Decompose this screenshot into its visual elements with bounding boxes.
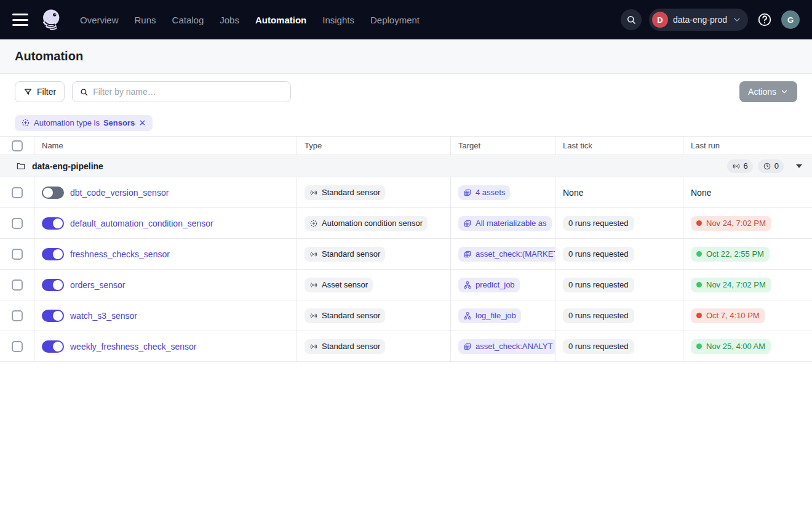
sensor-icon [309, 281, 318, 289]
sensor-toggle[interactable] [42, 248, 64, 260]
filter-button[interactable]: Filter [15, 81, 65, 102]
row-checkbox[interactable] [12, 218, 23, 229]
last-run-link[interactable]: Nov 24, 7:02 PM [691, 216, 771, 231]
title-bar: Automation [0, 39, 812, 74]
sensor-type-label: Standard sensor [322, 311, 380, 320]
sensor-name-link[interactable]: orders_sensor [70, 280, 125, 290]
filter-button-label: Filter [37, 87, 56, 97]
row-checkbox[interactable] [12, 249, 23, 260]
asset-icon [463, 188, 472, 197]
target-label: asset_check:ANALYT [476, 342, 552, 351]
last-tick-value: 0 runs requested [563, 216, 634, 231]
asset-icon [463, 250, 472, 259]
target-link[interactable]: asset_check:ANALYT [458, 339, 555, 354]
column-header-type: Type [304, 141, 322, 150]
sensor-type-label: Standard sensor [322, 342, 380, 351]
job-icon [463, 281, 472, 289]
run-status-dot-icon [696, 251, 702, 257]
sensor-name-link[interactable]: freshness_checks_sensor [70, 249, 170, 259]
nav-item-jobs[interactable]: Jobs [220, 15, 239, 25]
nav-links: Overview Runs Catalog Jobs Automation In… [80, 15, 420, 25]
sensor-toggle[interactable] [42, 217, 64, 230]
sensor-name-link[interactable]: weekly_freshness_check_sensor [70, 342, 196, 351]
last-run-link[interactable]: Nov 24, 7:02 PM [691, 278, 771, 292]
nav-item-automation[interactable]: Automation [255, 15, 306, 25]
table-row: dbt_code_version_sensor Standard sensor … [0, 177, 812, 208]
row-checkbox[interactable] [12, 187, 23, 198]
last-run-value: None [691, 188, 711, 198]
actions-button-label: Actions [748, 87, 776, 97]
nav-item-runs[interactable]: Runs [135, 15, 156, 25]
dagster-logo-icon[interactable] [39, 7, 64, 32]
sensor-type-label: Standard sensor [322, 249, 380, 259]
target-link[interactable]: 4 assets [458, 185, 510, 200]
last-run-link[interactable]: Nov 25, 4:00 AM [691, 339, 771, 354]
sensor-icon [309, 311, 318, 320]
last-tick-value: 0 runs requested [563, 308, 634, 323]
nav-item-deployment[interactable]: Deployment [370, 15, 420, 25]
sensor-count-badge: 6 [727, 159, 753, 173]
job-icon [463, 311, 472, 320]
filter-tag-automation-type[interactable]: Automation type is Sensors [15, 115, 153, 131]
sensor-toggle[interactable] [42, 279, 64, 291]
nav-item-catalog[interactable]: Catalog [172, 15, 204, 25]
sensor-type-label: Asset sensor [322, 280, 368, 289]
table-body: dbt_code_version_sensor Standard sensor … [0, 177, 812, 362]
target-label: log_file_job [476, 311, 516, 320]
run-status-dot-icon [696, 313, 702, 318]
sensor-type-badge: Standard sensor [304, 185, 385, 200]
actions-button[interactable]: Actions [739, 81, 797, 102]
page-title: Automation [15, 49, 83, 63]
sensor-toggle[interactable] [42, 310, 64, 322]
name-filter-box [72, 81, 291, 102]
automation-condition-icon [309, 219, 318, 228]
nav-item-overview[interactable]: Overview [80, 15, 119, 25]
target-label: predict_job [476, 280, 515, 289]
sensor-name-link[interactable]: dbt_code_version_sensor [70, 188, 169, 198]
code-location-name: data-eng-pipeline [32, 161, 103, 171]
user-avatar[interactable]: G [781, 10, 800, 29]
last-tick-value: 0 runs requested [563, 278, 634, 292]
sensor-type-badge: Automation condition sensor [304, 216, 428, 231]
row-checkbox[interactable] [12, 310, 23, 321]
select-all-checkbox[interactable] [12, 140, 23, 151]
table-row: weekly_freshness_check_sensor Standard s… [0, 331, 812, 362]
sensor-icon [732, 162, 741, 171]
filter-tag-value: Sensors [103, 118, 135, 127]
close-icon[interactable] [138, 119, 146, 127]
sensor-type-badge: Standard sensor [304, 339, 385, 354]
target-link[interactable]: predict_job [458, 278, 520, 292]
code-location-counts: 6 0 [727, 159, 802, 173]
last-run-link[interactable]: Oct 22, 2:55 PM [691, 247, 770, 262]
automation-condition-icon [21, 118, 30, 127]
collapse-caret-icon[interactable] [796, 164, 802, 168]
sensor-name-link[interactable]: default_automation_condition_sensor [70, 219, 213, 228]
sensor-toggle[interactable] [42, 340, 64, 353]
target-link[interactable]: log_file_job [458, 308, 521, 323]
sensor-toggle[interactable] [42, 187, 64, 199]
row-checkbox[interactable] [12, 279, 23, 291]
table-row: freshness_checks_sensor Standard sensor … [0, 239, 812, 270]
search-input[interactable] [93, 87, 284, 97]
target-link[interactable]: asset_check:(MARKET [458, 247, 555, 262]
target-link[interactable]: All materializable as [458, 216, 552, 231]
column-header-target: Target [458, 141, 480, 150]
sensor-count: 6 [744, 161, 748, 171]
menu-icon[interactable] [12, 14, 28, 26]
last-tick-value: 0 runs requested [563, 247, 634, 262]
help-icon[interactable] [755, 10, 774, 29]
last-tick-value: None [563, 188, 583, 198]
clock-icon [763, 162, 771, 171]
last-run-link[interactable]: Oct 7, 4:10 PM [691, 308, 765, 323]
chevron-down-icon [732, 15, 742, 25]
search-icon[interactable] [621, 9, 642, 30]
target-label: All materializable as [476, 219, 547, 228]
run-status-dot-icon [696, 343, 702, 349]
table-row: watch_s3_sensor Standard sensor log_file… [0, 300, 812, 331]
nav-item-insights[interactable]: Insights [322, 15, 354, 25]
deployment-switcher[interactable]: D data-eng-prod [649, 9, 748, 31]
sensor-name-link[interactable]: watch_s3_sensor [70, 311, 137, 321]
row-checkbox[interactable] [12, 341, 23, 352]
asset-icon [463, 219, 472, 228]
last-run-time: Nov 25, 4:00 AM [706, 342, 765, 351]
